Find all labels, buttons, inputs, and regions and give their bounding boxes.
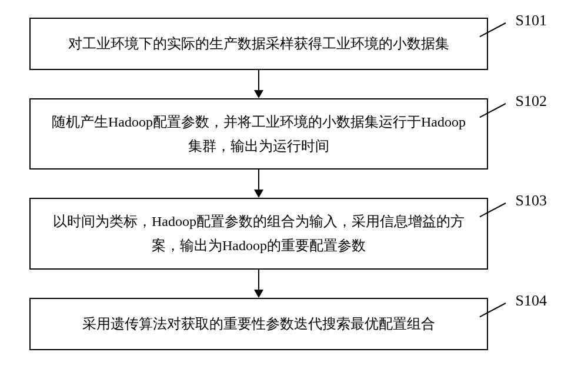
- flowchart-container: 对工业环境下的实际的生产数据采样获得工业环境的小数据集 S101 随机产生Had…: [29, 18, 559, 350]
- arrow-head-icon: [254, 190, 263, 198]
- arrow-2: [254, 170, 263, 198]
- arrow-line: [258, 70, 259, 90]
- step-text: 采用遗传算法对获取的重要性参数迭代搜索最优配置组合: [82, 316, 435, 331]
- arrow-head-icon: [254, 90, 263, 98]
- step-text: 随机产生Hadoop配置参数，并将工业环境的小数据集运行于Hadoop集群，输出…: [52, 114, 466, 154]
- step-label-s101: S101: [516, 12, 547, 29]
- step-label-s102: S102: [516, 92, 547, 110]
- step-row-1: 对工业环境下的实际的生产数据采样获得工业环境的小数据集 S101: [29, 18, 559, 70]
- step-box-s104: 采用遗传算法对获取的重要性参数迭代搜索最优配置组合: [29, 298, 488, 350]
- step-label-s103: S103: [516, 192, 547, 210]
- arrow-head-icon: [254, 290, 263, 298]
- step-box-s101: 对工业环境下的实际的生产数据采样获得工业环境的小数据集: [29, 18, 488, 70]
- step-text: 对工业环境下的实际的生产数据采样获得工业环境的小数据集: [68, 36, 449, 51]
- step-box-s102: 随机产生Hadoop配置参数，并将工业环境的小数据集运行于Hadoop集群，输出…: [29, 98, 488, 170]
- step-row-3: 以时间为类标，Hadoop配置参数的组合为输入，采用信息增益的方案，输出为Had…: [29, 198, 559, 270]
- arrow-line: [258, 270, 259, 290]
- step-label-s104: S104: [516, 292, 547, 310]
- step-row-2: 随机产生Hadoop配置参数，并将工业环境的小数据集运行于Hadoop集群，输出…: [29, 98, 559, 170]
- step-text: 以时间为类标，Hadoop配置参数的组合为输入，采用信息增益的方案，输出为Had…: [53, 214, 465, 253]
- arrow-line: [258, 170, 259, 190]
- arrow-3: [254, 270, 263, 298]
- step-row-4: 采用遗传算法对获取的重要性参数迭代搜索最优配置组合 S104: [29, 298, 559, 350]
- step-box-s103: 以时间为类标，Hadoop配置参数的组合为输入，采用信息增益的方案，输出为Had…: [29, 198, 488, 270]
- arrow-1: [254, 70, 263, 98]
